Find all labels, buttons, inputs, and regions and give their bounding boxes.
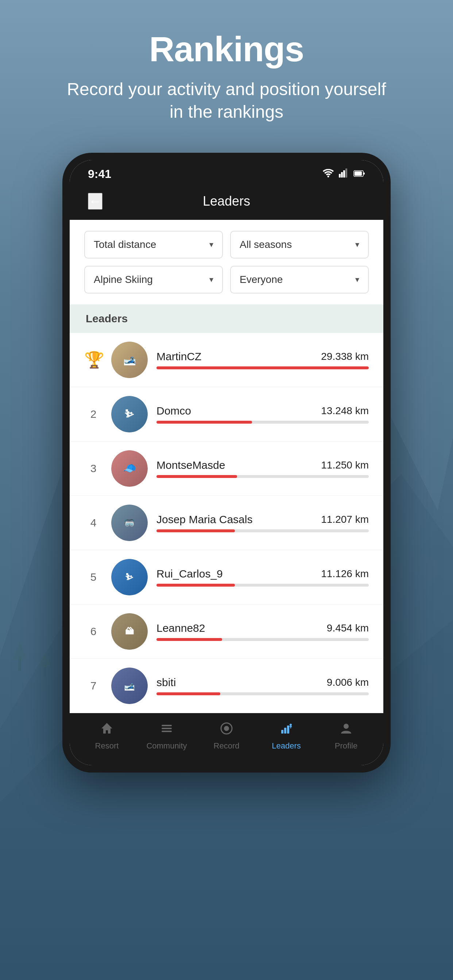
progress-bar-fill (156, 366, 369, 369)
leader-name: sbiti (156, 676, 176, 689)
leaders-nav-label: Leaders (272, 741, 301, 751)
svg-point-22 (290, 724, 292, 726)
record-nav-label: Record (214, 741, 239, 751)
metric-filter[interactable]: Total distance ▾ (84, 231, 223, 258)
table-row[interactable]: 7 🎿 sbiti 9.006 km (70, 659, 383, 713)
table-row[interactable]: 3 🧢 MontseMasde 11.250 km (70, 442, 383, 496)
activity-filter-value: Alpine Skiing (94, 274, 153, 285)
table-row[interactable]: 🏆 🎿 MartinCZ 29.338 km (70, 333, 383, 387)
leader-name-row: Leanne82 9.454 km (156, 622, 369, 635)
leader-info: Josep Maria Casals 11.207 km (156, 513, 369, 532)
table-row[interactable]: 4 🥽 Josep Maria Casals 11.207 km (70, 496, 383, 550)
back-button[interactable]: ← (88, 193, 102, 210)
activity-filter[interactable]: Alpine Skiing ▾ (84, 266, 223, 293)
leader-rank: 2 (84, 408, 102, 420)
activity-chevron-icon: ▾ (209, 275, 214, 285)
progress-bar-background (156, 530, 369, 532)
progress-bar-fill (156, 530, 235, 532)
trophy-icon: 🏆 (84, 350, 102, 369)
status-time: 9:41 (88, 167, 111, 181)
resort-icon (100, 722, 113, 738)
table-row[interactable]: 2 ⛷ Domco 13.248 km (70, 387, 383, 442)
avatar: 🥽 (111, 504, 148, 541)
community-icon (160, 722, 173, 738)
leader-rank: 7 (84, 679, 102, 692)
wifi-icon (322, 168, 335, 180)
svg-rect-13 (354, 171, 362, 176)
progress-bar-background (156, 366, 369, 369)
avatar: ⛷ (111, 559, 148, 595)
leaders-section-title: Leaders (86, 312, 128, 325)
nav-item-leaders[interactable]: Leaders (265, 722, 308, 751)
leader-distance: 9.006 km (327, 677, 369, 688)
group-filter[interactable]: Everyone ▾ (230, 266, 369, 293)
leader-distance: 11.126 km (321, 568, 369, 580)
leader-info: sbiti 9.006 km (156, 676, 369, 695)
season-chevron-icon: ▾ (355, 240, 359, 250)
progress-bar-fill (156, 421, 252, 424)
leader-name: Rui_Carlos_9 (156, 568, 223, 580)
svg-rect-9 (343, 170, 345, 178)
filters-row-2: Alpine Skiing ▾ Everyone ▾ (84, 266, 369, 293)
record-icon (220, 722, 233, 738)
nav-item-record[interactable]: Record (205, 722, 248, 751)
svg-rect-19 (281, 730, 283, 733)
progress-bar-background (156, 638, 369, 641)
leader-name: Josep Maria Casals (156, 513, 252, 526)
leader-rank: 6 (84, 625, 102, 638)
status-bar: 9:41 (70, 160, 383, 186)
progress-bar-background (156, 421, 369, 424)
nav-item-community[interactable]: Community (145, 722, 188, 751)
nav-item-profile[interactable]: Profile (324, 722, 368, 751)
leader-name-row: Domco 13.248 km (156, 405, 369, 417)
resort-nav-label: Resort (95, 741, 119, 751)
avatar: 🧢 (111, 450, 148, 487)
signal-icon (339, 168, 349, 180)
svg-rect-16 (161, 730, 172, 732)
app-header: ← Leaders (70, 186, 383, 220)
leader-distance: 9.454 km (327, 622, 369, 634)
leader-name-row: Josep Maria Casals 11.207 km (156, 513, 369, 526)
screen-title: Leaders (203, 194, 250, 209)
group-chevron-icon: ▾ (355, 275, 359, 285)
leader-info: Domco 13.248 km (156, 405, 369, 424)
progress-bar-fill (156, 638, 222, 641)
avatar: 🎿 (111, 342, 148, 378)
table-row[interactable]: 6 🏔 Leanne82 9.454 km (70, 605, 383, 659)
leader-name-row: Rui_Carlos_9 11.126 km (156, 568, 369, 580)
leader-name: MartinCZ (156, 350, 201, 363)
metric-chevron-icon: ▾ (209, 240, 214, 250)
table-row[interactable]: 5 ⛷ Rui_Carlos_9 11.126 km (70, 550, 383, 605)
svg-rect-14 (161, 725, 172, 726)
leader-info: Rui_Carlos_9 11.126 km (156, 568, 369, 587)
status-icons (322, 168, 365, 180)
leader-rank: 5 (84, 571, 102, 583)
leader-name: Domco (156, 405, 191, 417)
leader-distance: 11.250 km (321, 460, 369, 471)
progress-bar-background (156, 584, 369, 587)
leader-name: MontseMasde (156, 459, 225, 471)
svg-rect-15 (161, 728, 172, 729)
metric-filter-value: Total distance (94, 239, 156, 250)
svg-rect-21 (287, 725, 289, 733)
svg-rect-7 (339, 174, 341, 178)
hero-title: Rankings (149, 29, 304, 69)
season-filter-value: All seasons (239, 239, 292, 250)
leaders-icon (280, 722, 293, 738)
filters-row-1: Total distance ▾ All seasons ▾ (84, 231, 369, 258)
avatar: 🎿 (111, 668, 148, 704)
profile-icon (340, 722, 353, 738)
phone-mockup: 9:41 (62, 153, 391, 773)
leader-rank: 4 (84, 517, 102, 529)
progress-bar-fill (156, 475, 237, 478)
progress-bar-background (156, 475, 369, 478)
group-filter-value: Everyone (239, 274, 283, 285)
filters-area: Total distance ▾ All seasons ▾ Alpine Sk… (70, 220, 383, 304)
leader-name-row: sbiti 9.006 km (156, 676, 369, 689)
leader-distance: 13.248 km (321, 405, 369, 417)
nav-item-resort[interactable]: Resort (85, 722, 129, 751)
battery-icon (353, 169, 365, 180)
season-filter[interactable]: All seasons ▾ (230, 231, 369, 258)
progress-bar-fill (156, 692, 220, 695)
progress-bar-fill (156, 584, 235, 587)
